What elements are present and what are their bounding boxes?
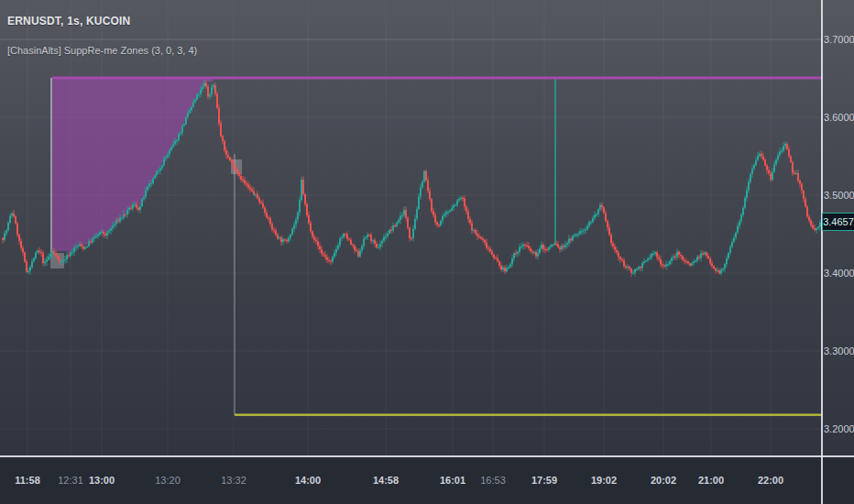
candle-body [539,248,541,253]
symbol-title[interactable]: ERNUSDT, 1s, KUCOIN [7,15,197,27]
candle-body [715,268,717,271]
candle-body [803,191,805,199]
candle-body [632,273,634,274]
candle-body [605,214,607,221]
candle-body [740,215,742,222]
candle-body [2,238,4,240]
candle-body [128,208,130,210]
candle-body [449,211,451,212]
candle-body [537,253,539,257]
candle-body [218,108,220,124]
candle-body [367,235,368,237]
candle-body [240,176,242,180]
chart-legend: ERNUSDT, 1s, KUCOIN [ChasinAlts] SuppRe-… [7,15,197,56]
indicator-label[interactable]: [ChasinAlts] SuppRe-me Zones (3, 0, 3, 4… [7,45,197,56]
candle-body [553,244,555,245]
time-axis-tick: 16:53 [480,475,506,486]
candle-body [777,155,779,159]
last-price-label: 3.4657 [822,213,854,231]
price-axis-tick: 3.3000 [824,345,854,356]
zone-vline [50,78,51,253]
candle-body [753,165,755,169]
candle-body [724,264,726,268]
candle-body [779,152,781,156]
candle-body [805,199,806,207]
candle-wick [395,224,396,227]
candle-body [145,191,147,197]
resistance-zone-line [52,76,822,79]
candle-body [651,254,652,257]
candle-body [55,254,57,256]
candle-body [799,181,801,183]
candle-body [26,262,27,272]
candle-body [75,247,77,247]
time-axis-tick: 22:00 [758,475,783,486]
candle-body [531,251,533,252]
candle-wick [331,259,332,265]
chart-canvas[interactable] [0,0,822,455]
candle-body [619,257,621,259]
candle-body [286,240,288,241]
candle-body [390,230,392,231]
candle-body [18,235,20,241]
candle-body [357,251,359,257]
candle-body [526,246,528,247]
candle-body [233,162,235,168]
candle-body [552,245,553,246]
candle-body [687,261,689,263]
candle-body [570,238,572,240]
candle-body [706,252,707,256]
candle-body [596,214,597,215]
candle-body [268,217,269,218]
candle-body [647,258,649,260]
candle-body [731,242,733,247]
candle-body [431,199,432,211]
candle-body [224,141,225,150]
candle-body [563,246,564,247]
candle-body [317,241,319,246]
candle-body [665,264,667,266]
candle-body [211,87,213,94]
price-axis-tick: 3.7000 [824,34,854,45]
candle-body [559,247,561,250]
candle-body [310,223,312,231]
candle-body [273,230,275,231]
candle-body [548,247,550,250]
candle-body [235,168,236,170]
v-gridline [663,0,664,455]
time-axis-separator [0,455,854,457]
candle-body [768,170,770,174]
candle-body [62,260,64,261]
candle-body [788,149,790,157]
time-axis[interactable]: 11:5812:3113:0013:2013:3214:0014:5816:01… [0,457,854,504]
candle-body [443,214,445,216]
candle-body [37,251,38,253]
time-axis-tick: 13:20 [155,475,181,486]
candle-body [97,235,99,236]
candle-body [680,255,682,257]
candle-body [588,222,590,226]
candle-wick [96,233,97,238]
candle-body [277,235,279,238]
candle-body [564,245,566,247]
candle-body [178,134,180,140]
candle-body [673,257,674,258]
candle-body [500,266,502,269]
candle-body [345,234,346,235]
candle-body [682,257,684,260]
candle-body [599,205,601,210]
time-axis-tick: 13:00 [89,475,115,486]
price-axis-tick: 3.6000 [824,112,854,123]
candle-body [106,232,108,236]
candle-body [667,264,669,265]
candle-body [436,222,438,225]
candle-body [308,215,310,223]
candle-body [618,252,619,257]
candle-body [108,231,110,233]
candle-body [350,240,352,245]
candle-body [737,226,739,233]
h-gridline [0,273,822,274]
candle-body [465,207,467,212]
candle-wick [518,250,519,257]
candle-body [625,266,627,268]
